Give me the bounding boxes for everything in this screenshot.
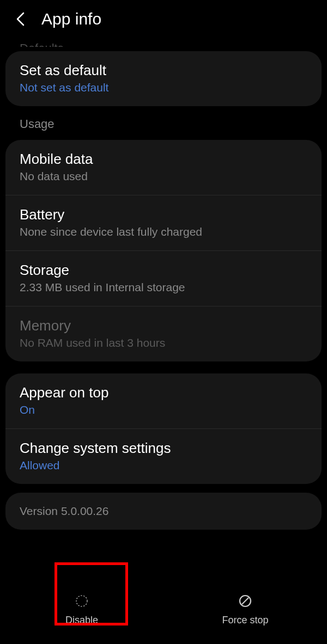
version-text: Version 5.0.00.26: [20, 505, 307, 518]
set-as-default-subtitle: Not set as default: [20, 81, 307, 94]
battery-item[interactable]: Battery None since device last fully cha…: [5, 195, 322, 251]
storage-subtitle: 2.33 MB used in Internal storage: [20, 281, 307, 294]
battery-subtitle: None since device last fully charged: [20, 225, 307, 238]
mobile-data-item[interactable]: Mobile data No data used: [5, 140, 322, 195]
appear-on-top-item[interactable]: Appear on top On: [5, 373, 322, 429]
set-as-default-title: Set as default: [20, 62, 307, 79]
svg-line-2: [242, 598, 249, 604]
back-icon[interactable]: [13, 11, 28, 27]
disable-icon: [74, 593, 90, 609]
battery-title: Battery: [20, 206, 307, 223]
svg-point-0: [76, 596, 87, 606]
usage-section-header: Usage: [0, 117, 327, 136]
change-system-settings-title: Change system settings: [20, 440, 307, 457]
memory-item: Memory No RAM used in last 3 hours: [5, 306, 322, 361]
defaults-card: Set as default Not set as default: [5, 51, 322, 106]
mobile-data-subtitle: No data used: [20, 170, 307, 183]
appear-on-top-title: Appear on top: [20, 384, 307, 401]
page-title: App info: [41, 10, 101, 28]
force-stop-label: Force stop: [222, 615, 268, 626]
disable-label: Disable: [65, 615, 98, 626]
bottom-action-bar: Disable Force stop: [0, 574, 327, 644]
appear-on-top-subtitle: On: [20, 403, 307, 416]
section-header-defaults-cutoff: Defaults: [0, 41, 327, 47]
storage-title: Storage: [20, 262, 307, 279]
memory-title: Memory: [20, 317, 307, 334]
force-stop-icon: [237, 593, 253, 609]
mobile-data-title: Mobile data: [20, 151, 307, 168]
usage-card: Mobile data No data used Battery None si…: [5, 140, 322, 361]
change-system-settings-subtitle: Allowed: [20, 459, 307, 472]
change-system-settings-item[interactable]: Change system settings Allowed: [5, 429, 322, 484]
disable-button[interactable]: Disable: [0, 574, 164, 644]
version-card: Version 5.0.00.26: [5, 493, 322, 530]
storage-item[interactable]: Storage 2.33 MB used in Internal storage: [5, 251, 322, 306]
memory-subtitle: No RAM used in last 3 hours: [20, 336, 307, 349]
header: App info: [0, 0, 327, 34]
advanced-card: Appear on top On Change system settings …: [5, 373, 322, 484]
set-as-default-item[interactable]: Set as default Not set as default: [5, 51, 322, 106]
force-stop-button[interactable]: Force stop: [164, 574, 327, 644]
